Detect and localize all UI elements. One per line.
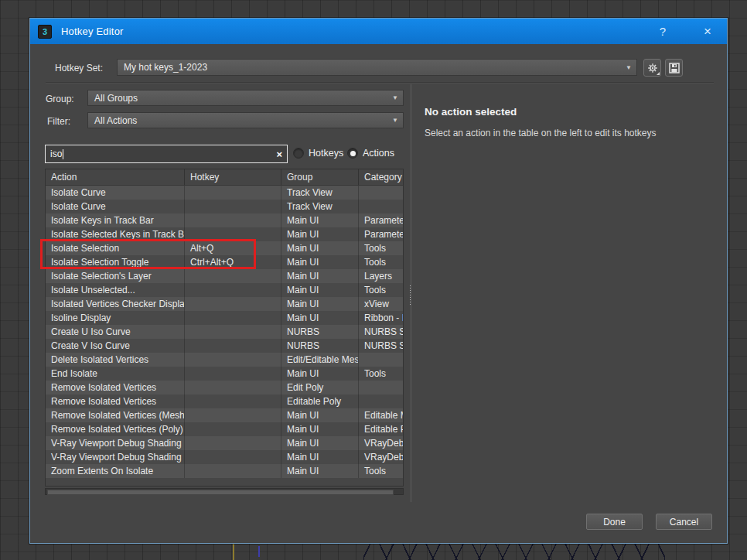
table-row[interactable]: Remove Isolated Vertices (Poly)Main UIEd… <box>46 422 403 436</box>
table-row[interactable]: End IsolateMain UITools <box>46 367 403 381</box>
filter-label: Filter: <box>47 116 70 127</box>
table-cell: Parameter . <box>359 227 403 241</box>
search-input[interactable]: iso × <box>45 145 288 163</box>
table-cell: Main UI <box>281 213 359 227</box>
hotkeys-radio[interactable]: Hotkeys <box>293 148 343 159</box>
hotkey-editor-dialog: 3 Hotkey Editor ? × Hotkey Set: My hot k… <box>29 18 728 544</box>
actions-table: Action Hotkey Group Category Isolate Cur… <box>45 169 404 487</box>
table-cell: Delete Isolated Vertices <box>46 353 185 367</box>
table-row[interactable]: Create V Iso CurveNURBSNURBS Sur. <box>46 339 403 353</box>
table-cell <box>185 186 281 200</box>
table-cell: Create U Iso Curve <box>46 325 185 339</box>
table-cell: Remove Isolated Vertices <box>46 381 185 394</box>
table-row[interactable]: V-Ray Viewport Debug Shading I...Main UI… <box>46 436 403 450</box>
table-row[interactable]: Remove Isolated VerticesEditable Poly <box>46 394 403 408</box>
table-cell: Main UI <box>281 436 359 450</box>
table-cell <box>359 353 403 367</box>
scrollbar-thumb[interactable] <box>47 490 394 495</box>
table-cell <box>185 422 281 436</box>
chevron-down-icon: ▼ <box>392 94 398 101</box>
table-cell: NURBS Sur. <box>359 339 403 353</box>
save-button[interactable] <box>665 59 683 77</box>
splitter-grip-handle[interactable] <box>408 285 412 306</box>
table-cell <box>185 339 281 353</box>
table-row[interactable]: Zoom Extents On IsolateMain UITools <box>46 464 403 478</box>
table-cell: Isolate Keys in Track Bar <box>46 213 185 227</box>
table-row[interactable]: Isolate Keys in Track BarMain UIParamete… <box>46 213 403 227</box>
text-caret <box>63 149 63 159</box>
table-row[interactable]: Remove Isolated VerticesEdit Poly <box>46 381 403 394</box>
table-cell: Isolate Selection's Layer <box>46 269 185 283</box>
table-cell: Main UI <box>281 422 359 436</box>
horizontal-scrollbar[interactable] <box>45 488 404 495</box>
table-cell: Main UI <box>281 464 359 478</box>
table-cell: Isoline Display <box>46 311 185 325</box>
table-cell <box>185 394 281 408</box>
table-cell: Editable M.. <box>359 408 403 422</box>
table-cell: Remove Isolated Vertices <box>46 394 185 408</box>
table-row[interactable]: Create U Iso CurveNURBSNURBS Sur. <box>46 325 403 339</box>
table-cell <box>185 297 281 311</box>
table-cell: Tools <box>359 367 403 381</box>
window-title: Hotkey Editor <box>61 26 124 37</box>
chevron-down-icon: ▼ <box>392 117 398 124</box>
table-cell: NURBS <box>281 325 359 339</box>
hotkey-set-dropdown[interactable]: My hot keys_1-2023 ▼ <box>117 59 637 76</box>
title-bar[interactable]: 3 Hotkey Editor ? × <box>30 19 727 44</box>
detail-panel-title: No action selected <box>425 106 517 118</box>
table-cell: VRayDebu.. <box>359 450 403 464</box>
table-row[interactable]: Isolate Selection's LayerMain UILayers <box>46 269 403 283</box>
table-rows: Isolate CurveTrack ViewIsolate CurveTrac… <box>46 186 403 478</box>
table-cell <box>185 283 281 297</box>
table-cell <box>185 450 281 464</box>
column-header-hotkey[interactable]: Hotkey <box>185 169 281 185</box>
table-row[interactable]: Remove Isolated Vertices (Mesh)Main UIEd… <box>46 408 403 422</box>
settings-button[interactable] <box>643 59 661 77</box>
table-row[interactable]: Delete Isolated VerticesEdit/Editable Me… <box>46 353 403 367</box>
hotkeys-radio-label: Hotkeys <box>309 148 343 159</box>
table-row[interactable]: V-Ray Viewport Debug Shading I...Main UI… <box>46 450 403 464</box>
table-cell: Isolate Curve <box>46 186 185 200</box>
help-button[interactable]: ? <box>650 19 676 44</box>
table-cell: Editable Po. <box>359 422 403 436</box>
table-cell: Edit/Editable Mesh <box>281 353 359 367</box>
table-cell: Main UI <box>281 311 359 325</box>
group-dropdown[interactable]: All Groups ▼ <box>87 90 404 106</box>
table-cell: Main UI <box>281 297 359 311</box>
close-icon[interactable]: × <box>694 19 721 44</box>
table-cell: VRayDebu.. <box>359 436 403 450</box>
table-cell <box>185 311 281 325</box>
gear-flyout-indicator <box>657 72 660 75</box>
filter-dropdown[interactable]: All Actions ▼ <box>87 112 404 128</box>
table-cell: Track View <box>281 200 359 213</box>
table-cell: Main UI <box>281 367 359 381</box>
table-row[interactable]: Isolate CurveTrack View <box>46 186 403 200</box>
section-divider <box>46 82 714 84</box>
done-button[interactable]: Done <box>586 514 643 530</box>
table-cell: Isolated Vertices Checker Display... <box>46 297 185 311</box>
chevron-down-icon: ▼ <box>626 64 632 71</box>
table-cell: Tools <box>359 255 403 269</box>
annotation-highlight-box <box>40 239 256 269</box>
table-cell: Layers <box>359 269 403 283</box>
table-row[interactable]: Isolate CurveTrack View <box>46 200 403 213</box>
table-row[interactable]: Isoline DisplayMain UIRibbon - M. <box>46 311 403 325</box>
actions-radio[interactable]: Actions <box>347 148 394 159</box>
table-row[interactable]: Isolate Unselected...Main UITools <box>46 283 403 297</box>
table-row[interactable]: Isolated Vertices Checker Display...Main… <box>46 297 403 311</box>
table-cell: Main UI <box>281 227 359 241</box>
column-header-category[interactable]: Category <box>359 169 403 185</box>
column-header-group[interactable]: Group <box>281 169 359 185</box>
table-cell: NURBS Sur. <box>359 325 403 339</box>
column-header-action[interactable]: Action <box>46 169 185 185</box>
table-header-row: Action Hotkey Group Category <box>46 169 403 186</box>
cancel-button[interactable]: Cancel <box>656 514 712 530</box>
table-cell: Edit Poly <box>281 381 359 394</box>
table-cell <box>185 200 281 213</box>
hotkey-set-value: My hot keys_1-2023 <box>124 62 207 73</box>
search-value: iso <box>50 149 62 159</box>
clear-search-icon[interactable]: × <box>276 149 282 159</box>
table-cell: Tools <box>359 241 403 255</box>
table-cell: End Isolate <box>46 367 185 381</box>
table-cell: Main UI <box>281 269 359 283</box>
